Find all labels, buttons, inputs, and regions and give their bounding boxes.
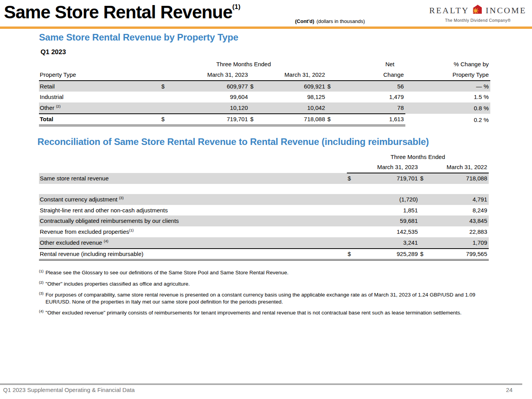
realty-income-house-icon <box>472 4 483 17</box>
table-row-other: Other (2) 10,120 10,042 78 0.8 % <box>39 102 490 114</box>
footnote-3: (3) For purposes of comparability, same … <box>39 291 487 305</box>
dollar-sign <box>347 215 357 226</box>
value-2023: 719,701 <box>357 173 419 184</box>
header-pct-change-line1: % Change by <box>413 59 490 70</box>
row-label: Industrial <box>39 92 161 102</box>
value-2022: 43,845 <box>429 215 489 226</box>
row-label: Rental revenue (including reimbursable) <box>39 249 347 260</box>
value-2022: 718,088 <box>429 173 489 184</box>
header-net: Net <box>327 59 405 70</box>
header-property-type: Property Type <box>39 70 161 81</box>
table-row-total: Total $ 719,701 $ 718,088 $ 1,613 0.2 % <box>39 114 490 125</box>
table-row-industrial: Industrial 99,604 98,125 1,479 1.5 % <box>39 92 490 102</box>
value-2023: (1,720) <box>357 194 419 205</box>
value-2023: 925,289 <box>357 249 419 260</box>
row-label: Straight-line rent and other non-cash ad… <box>39 205 347 216</box>
accent-bar <box>0 26 532 29</box>
dollar-sign: $ <box>327 114 338 125</box>
reconciliation-table: Three Months Ended March 31, 2023 March … <box>39 152 489 261</box>
row-spacer <box>405 114 413 125</box>
table-row-revenue-from-excluded-properties: Revenue from excluded properties(1) 142,… <box>39 226 489 237</box>
value-2023: 3,241 <box>357 237 419 249</box>
dollar-sign <box>419 237 429 249</box>
pct-change: 1.5 % <box>413 92 490 102</box>
table-row-constant-currency-adjustment: Constant currency adjustment (3) (1,720)… <box>39 194 489 205</box>
header-march-31-2023: March 31, 2023 <box>347 162 419 173</box>
value-2022: 799,565 <box>429 249 489 260</box>
value-2022: 10,042 <box>260 102 327 114</box>
row-label: Other (2) <box>39 102 161 114</box>
value-2022: 718,088 <box>260 114 327 125</box>
dollar-sign <box>347 237 357 249</box>
header-pct-change-line2: Property Type <box>413 70 490 81</box>
dollar-sign <box>347 194 357 205</box>
value-2022: 8,249 <box>429 205 489 216</box>
footnote-text: "Other excluded revenue" primarily consi… <box>46 309 482 316</box>
logo-name-right: INCOME <box>486 5 527 16</box>
table-row-contractually-obligated-reimbursements: Contractually obligated reimbursements b… <box>39 215 489 226</box>
footnotes: (1) Please see the Glossary to see our d… <box>39 269 487 316</box>
dollar-sign <box>419 226 429 237</box>
dollar-sign: $ <box>419 249 429 260</box>
header-march-31-2023: March 31, 2023 <box>161 70 249 81</box>
content: Same Store Rental Revenue by Property Ty… <box>39 32 493 321</box>
period-label: Q1 2023 <box>41 48 493 56</box>
pct-change: 0.8 % <box>413 102 490 114</box>
header-change: Change <box>327 70 405 81</box>
value-2022: 1,709 <box>429 237 489 249</box>
dollar-sign: $ <box>327 81 338 92</box>
dollar-sign <box>161 102 171 114</box>
table-row-other-excluded-revenue: Other excluded revenue (4) 3,241 1,709 <box>39 237 489 249</box>
realty-income-logo: REALTY <box>433 4 523 23</box>
row-label: Other excluded revenue (4) <box>39 237 347 249</box>
header-march-31-2022: March 31, 2022 <box>249 70 327 81</box>
table-header-row: March 31, 2023 March 31, 2022 <box>39 162 489 173</box>
row-label: Revenue from excluded properties(1) <box>39 226 347 237</box>
footnote-marker: (2) <box>39 280 44 287</box>
net-change: 78 <box>338 102 405 114</box>
value-2023: 99,604 <box>171 92 249 102</box>
footnote-marker: (3) <box>39 291 44 305</box>
logo-name-left: REALTY <box>429 5 469 16</box>
dollar-sign: $ <box>249 114 260 125</box>
page-title-footnote-ref: (1) <box>232 3 240 11</box>
table-header-row: Property Type March 31, 2023 March 31, 2… <box>39 70 490 81</box>
dollar-sign: $ <box>249 81 260 92</box>
value-2022: 609,921 <box>260 81 327 92</box>
pct-change: — % <box>413 81 490 92</box>
header-spacer <box>39 152 347 162</box>
footnote-text: For purposes of comparability, same stor… <box>46 291 482 305</box>
row-spacer <box>405 102 413 114</box>
footnote-text: Please see the Glossary to see our defin… <box>46 269 482 276</box>
dollar-sign <box>327 92 338 102</box>
footnote-2: (2) "Other" includes properties classifi… <box>39 281 487 288</box>
property-type-table: Three Months Ended Net % Change by Prope… <box>39 59 490 126</box>
header-march-31-2022: March 31, 2022 <box>419 162 489 173</box>
footnote-text: "Other" includes properties classified a… <box>46 281 482 288</box>
row-label: Total <box>39 114 161 125</box>
dollar-sign <box>419 194 429 205</box>
footnote-marker: (4) <box>39 309 44 316</box>
value-2023: 1,851 <box>357 205 419 216</box>
contd-label: (Cont'd) <box>295 18 314 24</box>
dollar-sign: $ <box>347 249 357 260</box>
footer-divider <box>0 383 522 385</box>
table-header-row: Three Months Ended Net % Change by <box>39 59 490 70</box>
dollar-sign: $ <box>161 114 171 125</box>
section-heading-reconciliation: Reconciliation of Same Store Rental Reve… <box>37 136 493 147</box>
value-2023: 719,701 <box>171 114 249 125</box>
header-spacer <box>405 59 413 70</box>
footer-document-title: Q1 2023 Supplemental Operating & Financi… <box>3 387 135 393</box>
dollar-sign: $ <box>161 81 171 92</box>
logo-tagline: The Monthly Dividend Company® <box>433 18 523 23</box>
group-header-three-months-ended: Three Months Ended <box>347 152 489 162</box>
footnote-1: (1) Please see the Glossary to see our d… <box>39 269 487 276</box>
row-label: Same store rental revenue <box>39 173 347 184</box>
dollar-sign <box>419 215 429 226</box>
table-row-straight-line-rent: Straight-line rent and other non-cash ad… <box>39 205 489 216</box>
value-2023: 10,120 <box>171 102 249 114</box>
row-label: Contractually obligated reimbursements b… <box>39 215 347 226</box>
report-page: Same Store Rental Revenue(1) (Cont'd) (d… <box>0 0 532 399</box>
value-2023: 59,681 <box>357 215 419 226</box>
dollar-sign <box>419 205 429 216</box>
